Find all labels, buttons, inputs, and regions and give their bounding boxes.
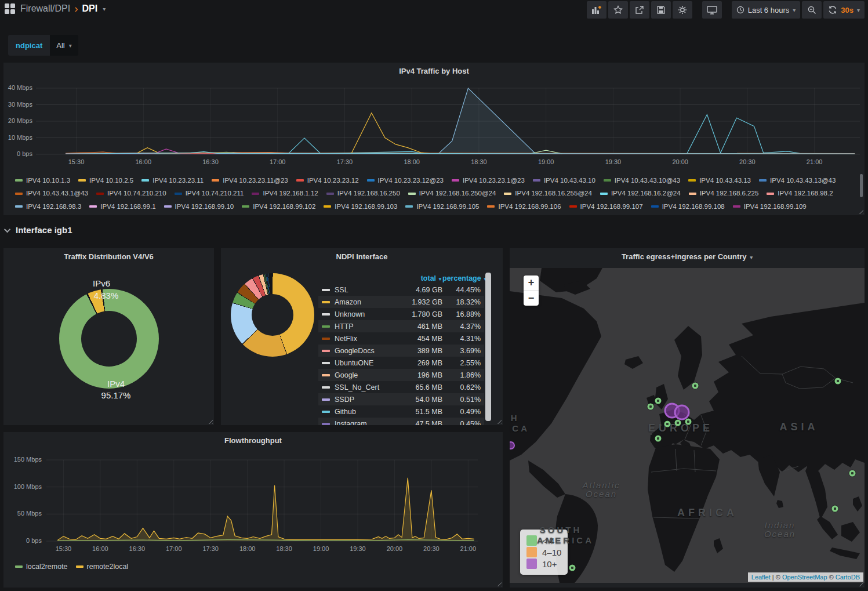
table-row[interactable]: Instagram47.5 MB0.45% [318, 418, 484, 425]
map-marker[interactable] [692, 383, 699, 389]
map-marker[interactable] [675, 420, 681, 426]
legend-item[interactable]: IPV4 10.43.43.1@43 [15, 188, 88, 199]
legend-item[interactable]: remote2local [76, 561, 129, 572]
table-scrollbar-thumb[interactable] [485, 273, 491, 421]
star-button[interactable] [608, 1, 628, 19]
map-zoom-out-button[interactable]: − [524, 291, 539, 306]
table-row[interactable]: SSL_No_Cert65.6 MB0.62% [318, 381, 484, 393]
legend-item[interactable]: IPV4 192.168.99.11 [15, 214, 85, 215]
legend-item[interactable]: IPV4 10.74.210.211 [175, 188, 244, 199]
legend-item[interactable]: IPV4 10.74.210.210 [96, 188, 166, 199]
add-panel-button[interactable] [587, 1, 606, 19]
map-marker[interactable] [664, 420, 670, 427]
save-button[interactable] [651, 1, 671, 19]
legend-item[interactable]: IPV4 10.23.23.11@23 [212, 175, 288, 186]
map-marker[interactable] [685, 418, 691, 425]
table-row[interactable]: SSL4.69 GB44.45% [318, 284, 484, 296]
attribution-link[interactable]: CartoDB [836, 574, 860, 581]
ndpi-donut-chart[interactable] [231, 273, 314, 357]
map-marker[interactable] [835, 378, 841, 384]
panel-title[interactable]: Traffic egress+ingress per Country▾ [510, 252, 865, 261]
zoom-out-button[interactable] [802, 1, 822, 19]
legend-item[interactable]: IPV4 192.168.99.105 [405, 201, 479, 212]
legend-item[interactable]: IPV4 192.168.99.115 [93, 214, 166, 215]
time-range-picker[interactable]: Last 6 hours ▾ [732, 1, 801, 19]
legend-item[interactable]: IPV4 192.168.98.3 [15, 201, 81, 212]
map-marker[interactable] [655, 435, 661, 441]
legend-item[interactable]: IPV4 192.168.99.103 [324, 201, 397, 212]
attribution-link[interactable]: OpenStreetMap [782, 574, 827, 581]
table-row[interactable]: GoogleDocs389 MB3.69% [318, 345, 484, 357]
table-row[interactable]: SSDP54.0 MB0.51% [318, 393, 484, 405]
legend-item[interactable]: IPV4 192.168.99.11@23 [336, 214, 420, 215]
attribution-link[interactable]: Leaflet [751, 574, 771, 581]
panel-resize-handle[interactable] [208, 419, 213, 424]
refresh-button[interactable]: 30s ▾ [823, 1, 865, 19]
table-row[interactable]: UbuntuONE269 MB2.55% [318, 357, 484, 369]
legend-item[interactable]: IPV4 10.23.23.1@23 [452, 175, 525, 186]
panel-menu-caret-icon[interactable]: ▾ [750, 255, 753, 260]
legend-item[interactable]: IPV4 10.23.23.11 [141, 175, 204, 186]
world-map[interactable]: + − < 44–1010+ Leaflet | © OpenStreetMap… [510, 268, 865, 583]
legend-item[interactable]: IPV4 10.43.43.13@43 [759, 175, 836, 186]
breadcrumb-folder[interactable]: Firewall/DPI [20, 3, 70, 14]
legend-item[interactable]: IPV4 10.43.43.10 [533, 175, 595, 186]
legend-item[interactable]: IPV4 192.168.99.107 [569, 201, 643, 212]
legend-item[interactable]: IPV4 192.168.16.255@24 [504, 188, 592, 199]
kiosk-mode-button[interactable] [702, 1, 722, 19]
map-marker[interactable] [655, 398, 661, 404]
title-caret-icon[interactable]: ▾ [103, 6, 106, 12]
legend-item[interactable]: local2remote [15, 561, 68, 572]
legend-item[interactable]: IPV4 192.168.98.2 [767, 188, 833, 199]
legend-item[interactable]: IPV4 192.168.99.123 [770, 214, 844, 215]
legend-item[interactable]: IPV4 192.168.6.225 [689, 188, 759, 199]
legend-item[interactable]: IPV4 10.10.1.3 [15, 175, 70, 186]
legend-item[interactable]: IPV4 192.168.1.12 [252, 188, 318, 199]
table-row[interactable]: HTTP461 MB4.37% [318, 320, 484, 332]
map-marker[interactable] [674, 405, 689, 420]
legend-item[interactable]: IPV4 192.168.99.122@43 [674, 214, 762, 215]
settings-button[interactable] [673, 1, 692, 19]
legend-item[interactable]: IPV4 192.168.99.109 [733, 201, 807, 212]
legend-item[interactable]: IPV4 192.168.99.118 [174, 214, 247, 215]
dashboard-title[interactable]: DPI [82, 3, 98, 14]
legend-item[interactable]: IPV4 192.168.16.250 [326, 188, 400, 199]
legend-item[interactable]: IPV4 10.10.2.5 [78, 175, 133, 186]
table-row[interactable]: Unknown1.780 GB16.88% [318, 308, 484, 320]
legend-item[interactable]: IPV4 10.23.23.12 [296, 175, 359, 186]
table-row[interactable]: Google196 MB1.86% [318, 369, 484, 381]
share-button[interactable] [630, 1, 649, 19]
legend-item[interactable]: IPV4 192.168.99.102 [242, 201, 315, 212]
legend-item[interactable]: IPV4 192.168.99.122 [592, 214, 666, 215]
sort-percentage[interactable]: percentage▼ [442, 274, 481, 282]
table-row[interactable]: Amazon1.932 GB18.32% [318, 296, 484, 308]
panel-resize-handle[interactable] [496, 419, 502, 424]
variable-value-dropdown[interactable]: All ▾ [50, 35, 78, 56]
traffix-donut-chart[interactable] [59, 289, 159, 389]
legend-item[interactable]: IPV4 192.168.99.120 [428, 214, 502, 215]
sort-total[interactable]: total▼ [387, 274, 442, 282]
panel-title[interactable]: NDPI Interface [221, 252, 503, 261]
map-zoom-in-button[interactable]: + [524, 275, 539, 291]
legend-item[interactable]: IPV4 10.23.23.12@23 [367, 175, 444, 186]
legend-item[interactable]: IPV4 192.168.99.1 [89, 201, 155, 212]
map-marker[interactable] [569, 564, 575, 571]
legend-item[interactable]: IPV4 192.168.16.250@24 [408, 188, 496, 199]
table-row[interactable]: Github51.5 MB0.49% [318, 405, 484, 418]
legend-item[interactable]: IPV4 192.168.99.106 [487, 201, 561, 212]
map-marker[interactable] [647, 403, 653, 409]
legend-item[interactable]: IPV4 192.168.99.121 [510, 214, 584, 215]
legend-item[interactable]: IPV4 192.168.16.2@24 [600, 188, 681, 199]
table-row[interactable]: NetFlix454 MB4.31% [318, 332, 484, 345]
legend-item[interactable]: IPV4 192.168.99.108 [651, 201, 725, 212]
legend-item[interactable]: IPV4 192.168.99.119 [255, 214, 328, 215]
map-marker[interactable] [849, 470, 856, 477]
legend-scrollbar-thumb[interactable] [860, 174, 863, 197]
grid-icon[interactable] [5, 3, 15, 14]
map-marker[interactable] [832, 505, 838, 512]
legend-item[interactable]: IPV4 10.43.43.13 [688, 175, 751, 186]
panel-title[interactable]: Traffix Distribution V4/V6 [3, 252, 214, 261]
row-interface-igb1[interactable]: Interface igb1 [6, 225, 72, 235]
legend-item[interactable]: IPV4 192.168.99.10 [164, 201, 234, 212]
legend-item[interactable]: IPV4 10.43.43.10@43 [604, 175, 680, 186]
